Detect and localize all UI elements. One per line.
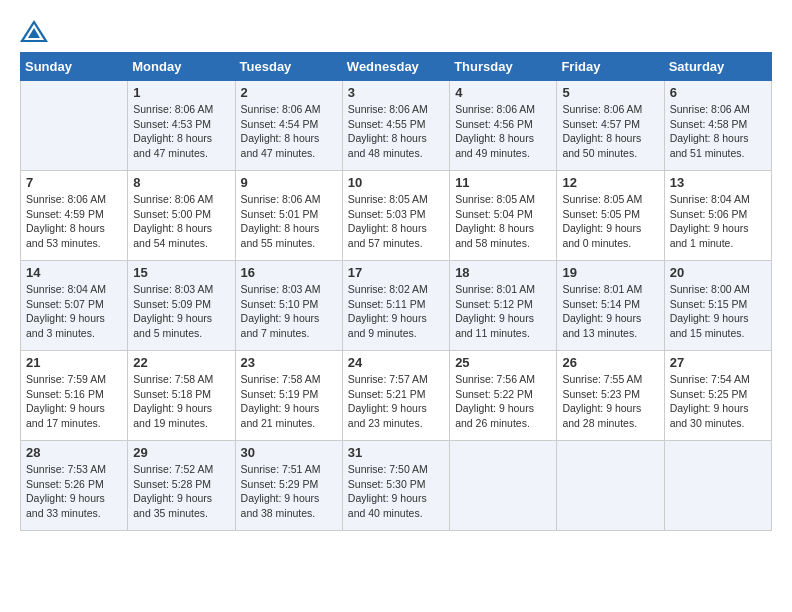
day-header-saturday: Saturday: [664, 53, 771, 81]
day-number: 29: [133, 445, 229, 460]
day-number: 11: [455, 175, 551, 190]
calendar-cell: 20Sunrise: 8:00 AMSunset: 5:15 PMDayligh…: [664, 261, 771, 351]
day-number: 17: [348, 265, 444, 280]
day-number: 10: [348, 175, 444, 190]
day-info: Sunrise: 8:06 AMSunset: 4:57 PMDaylight:…: [562, 102, 658, 161]
calendar-cell: 14Sunrise: 8:04 AMSunset: 5:07 PMDayligh…: [21, 261, 128, 351]
day-number: 1: [133, 85, 229, 100]
header: [20, 20, 772, 42]
calendar-cell: 29Sunrise: 7:52 AMSunset: 5:28 PMDayligh…: [128, 441, 235, 531]
calendar-cell: 21Sunrise: 7:59 AMSunset: 5:16 PMDayligh…: [21, 351, 128, 441]
day-number: 18: [455, 265, 551, 280]
calendar-cell: 7Sunrise: 8:06 AMSunset: 4:59 PMDaylight…: [21, 171, 128, 261]
calendar-cell: 19Sunrise: 8:01 AMSunset: 5:14 PMDayligh…: [557, 261, 664, 351]
day-number: 28: [26, 445, 122, 460]
logo-icon: [20, 20, 48, 42]
day-number: 6: [670, 85, 766, 100]
calendar-cell: 8Sunrise: 8:06 AMSunset: 5:00 PMDaylight…: [128, 171, 235, 261]
day-info: Sunrise: 7:56 AMSunset: 5:22 PMDaylight:…: [455, 372, 551, 431]
calendar-cell: 24Sunrise: 7:57 AMSunset: 5:21 PMDayligh…: [342, 351, 449, 441]
day-number: 9: [241, 175, 337, 190]
day-info: Sunrise: 8:06 AMSunset: 4:56 PMDaylight:…: [455, 102, 551, 161]
day-number: 12: [562, 175, 658, 190]
day-info: Sunrise: 8:01 AMSunset: 5:12 PMDaylight:…: [455, 282, 551, 341]
calendar-cell: 11Sunrise: 8:05 AMSunset: 5:04 PMDayligh…: [450, 171, 557, 261]
day-number: 14: [26, 265, 122, 280]
day-info: Sunrise: 8:06 AMSunset: 5:01 PMDaylight:…: [241, 192, 337, 251]
day-number: 25: [455, 355, 551, 370]
day-number: 2: [241, 85, 337, 100]
calendar-cell: 15Sunrise: 8:03 AMSunset: 5:09 PMDayligh…: [128, 261, 235, 351]
calendar-cell: 1Sunrise: 8:06 AMSunset: 4:53 PMDaylight…: [128, 81, 235, 171]
day-number: 20: [670, 265, 766, 280]
day-info: Sunrise: 8:06 AMSunset: 5:00 PMDaylight:…: [133, 192, 229, 251]
day-info: Sunrise: 7:54 AMSunset: 5:25 PMDaylight:…: [670, 372, 766, 431]
day-header-tuesday: Tuesday: [235, 53, 342, 81]
calendar-cell: [450, 441, 557, 531]
calendar-cell: 31Sunrise: 7:50 AMSunset: 5:30 PMDayligh…: [342, 441, 449, 531]
day-info: Sunrise: 7:58 AMSunset: 5:18 PMDaylight:…: [133, 372, 229, 431]
calendar-cell: [664, 441, 771, 531]
calendar-cell: 22Sunrise: 7:58 AMSunset: 5:18 PMDayligh…: [128, 351, 235, 441]
calendar-cell: 13Sunrise: 8:04 AMSunset: 5:06 PMDayligh…: [664, 171, 771, 261]
header-row: SundayMondayTuesdayWednesdayThursdayFrid…: [21, 53, 772, 81]
day-number: 7: [26, 175, 122, 190]
calendar-cell: 16Sunrise: 8:03 AMSunset: 5:10 PMDayligh…: [235, 261, 342, 351]
calendar-cell: [557, 441, 664, 531]
day-number: 31: [348, 445, 444, 460]
day-info: Sunrise: 7:52 AMSunset: 5:28 PMDaylight:…: [133, 462, 229, 521]
calendar-cell: 25Sunrise: 7:56 AMSunset: 5:22 PMDayligh…: [450, 351, 557, 441]
calendar-cell: 3Sunrise: 8:06 AMSunset: 4:55 PMDaylight…: [342, 81, 449, 171]
day-info: Sunrise: 8:00 AMSunset: 5:15 PMDaylight:…: [670, 282, 766, 341]
day-info: Sunrise: 7:57 AMSunset: 5:21 PMDaylight:…: [348, 372, 444, 431]
week-row-2: 7Sunrise: 8:06 AMSunset: 4:59 PMDaylight…: [21, 171, 772, 261]
week-row-3: 14Sunrise: 8:04 AMSunset: 5:07 PMDayligh…: [21, 261, 772, 351]
logo: [20, 20, 52, 42]
calendar-cell: 30Sunrise: 7:51 AMSunset: 5:29 PMDayligh…: [235, 441, 342, 531]
day-number: 15: [133, 265, 229, 280]
calendar-table: SundayMondayTuesdayWednesdayThursdayFrid…: [20, 52, 772, 531]
day-number: 19: [562, 265, 658, 280]
day-info: Sunrise: 7:59 AMSunset: 5:16 PMDaylight:…: [26, 372, 122, 431]
day-number: 26: [562, 355, 658, 370]
week-row-4: 21Sunrise: 7:59 AMSunset: 5:16 PMDayligh…: [21, 351, 772, 441]
day-header-thursday: Thursday: [450, 53, 557, 81]
day-info: Sunrise: 7:58 AMSunset: 5:19 PMDaylight:…: [241, 372, 337, 431]
day-number: 16: [241, 265, 337, 280]
calendar-cell: 5Sunrise: 8:06 AMSunset: 4:57 PMDaylight…: [557, 81, 664, 171]
day-number: 22: [133, 355, 229, 370]
day-info: Sunrise: 8:04 AMSunset: 5:07 PMDaylight:…: [26, 282, 122, 341]
day-info: Sunrise: 8:03 AMSunset: 5:09 PMDaylight:…: [133, 282, 229, 341]
day-number: 5: [562, 85, 658, 100]
day-number: 23: [241, 355, 337, 370]
calendar-cell: 17Sunrise: 8:02 AMSunset: 5:11 PMDayligh…: [342, 261, 449, 351]
calendar-cell: 26Sunrise: 7:55 AMSunset: 5:23 PMDayligh…: [557, 351, 664, 441]
day-info: Sunrise: 8:05 AMSunset: 5:05 PMDaylight:…: [562, 192, 658, 251]
day-info: Sunrise: 8:03 AMSunset: 5:10 PMDaylight:…: [241, 282, 337, 341]
calendar-cell: 9Sunrise: 8:06 AMSunset: 5:01 PMDaylight…: [235, 171, 342, 261]
day-number: 13: [670, 175, 766, 190]
calendar-cell: 2Sunrise: 8:06 AMSunset: 4:54 PMDaylight…: [235, 81, 342, 171]
day-header-sunday: Sunday: [21, 53, 128, 81]
day-header-friday: Friday: [557, 53, 664, 81]
day-number: 8: [133, 175, 229, 190]
calendar-cell: 12Sunrise: 8:05 AMSunset: 5:05 PMDayligh…: [557, 171, 664, 261]
day-info: Sunrise: 8:06 AMSunset: 4:59 PMDaylight:…: [26, 192, 122, 251]
calendar-cell: 23Sunrise: 7:58 AMSunset: 5:19 PMDayligh…: [235, 351, 342, 441]
day-number: 27: [670, 355, 766, 370]
calendar-cell: 10Sunrise: 8:05 AMSunset: 5:03 PMDayligh…: [342, 171, 449, 261]
day-info: Sunrise: 7:55 AMSunset: 5:23 PMDaylight:…: [562, 372, 658, 431]
day-header-wednesday: Wednesday: [342, 53, 449, 81]
day-number: 21: [26, 355, 122, 370]
day-info: Sunrise: 8:01 AMSunset: 5:14 PMDaylight:…: [562, 282, 658, 341]
day-info: Sunrise: 7:51 AMSunset: 5:29 PMDaylight:…: [241, 462, 337, 521]
day-info: Sunrise: 7:53 AMSunset: 5:26 PMDaylight:…: [26, 462, 122, 521]
calendar-cell: 18Sunrise: 8:01 AMSunset: 5:12 PMDayligh…: [450, 261, 557, 351]
day-info: Sunrise: 8:04 AMSunset: 5:06 PMDaylight:…: [670, 192, 766, 251]
calendar-cell: 4Sunrise: 8:06 AMSunset: 4:56 PMDaylight…: [450, 81, 557, 171]
day-number: 24: [348, 355, 444, 370]
day-number: 30: [241, 445, 337, 460]
day-info: Sunrise: 8:06 AMSunset: 4:53 PMDaylight:…: [133, 102, 229, 161]
day-info: Sunrise: 8:05 AMSunset: 5:03 PMDaylight:…: [348, 192, 444, 251]
calendar-cell: [21, 81, 128, 171]
